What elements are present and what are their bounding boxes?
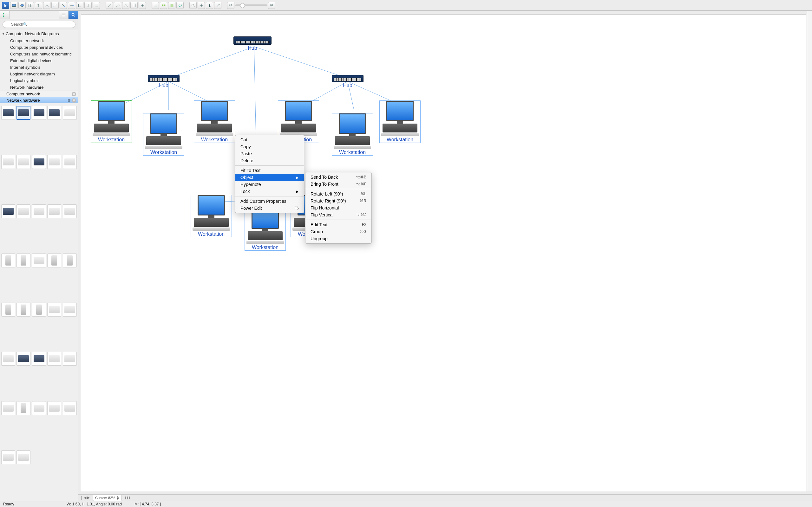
shape-thumb[interactable] [32,155,46,169]
shape-thumb[interactable] [1,155,15,169]
panel-tab-search-icon[interactable] [68,11,78,19]
shape-thumb[interactable] [63,352,77,366]
panel-tab-tree-icon[interactable] [0,11,9,19]
shape-thumb[interactable] [63,106,77,120]
workstation-node[interactable]: Workstation [143,113,184,156]
menu-item-add-custom-properties[interactable]: Add Custom Properties [235,198,304,205]
canvas[interactable]: Hub Hub Hub Workstation Workstation [81,14,806,491]
pan-tool[interactable] [198,2,205,9]
table-tool[interactable] [27,2,34,9]
shape-thumb[interactable] [63,253,77,268]
edit-tool-4[interactable] [176,2,184,9]
tree-item[interactable]: Internet symbols [0,64,78,71]
menu-item-edit-text[interactable]: Edit TextF2 [305,221,371,228]
line-tool-3[interactable] [122,2,130,9]
tree-item[interactable]: Computers and network isometric [0,51,78,57]
shape-thumb[interactable] [1,106,15,120]
tree-item[interactable]: Network hardware [0,84,78,91]
conn-tool-5[interactable] [84,2,92,9]
shape-thumb[interactable] [16,106,31,120]
menu-item-paste[interactable]: Paste [235,150,304,157]
shape-thumb[interactable] [16,253,31,268]
bezier-tool[interactable] [43,2,50,9]
shape-thumb[interactable] [32,401,46,415]
workstation-node[interactable]: Workstation [245,208,286,250]
menu-item-fit-to-text[interactable]: Fit To Text [235,167,304,174]
menu-item-power-edit[interactable]: Power EditF6 [235,205,304,212]
tree-item[interactable]: Logical symbols [0,77,78,84]
shape-thumb[interactable] [1,205,15,218]
tree-category[interactable]: ▼ Computer Network Diagrams [0,30,78,38]
menu-item-rotate-right[interactable]: Rotate Right (90º)⌘R [305,198,371,205]
workstation-node[interactable]: Workstation [379,101,420,143]
line-tool-5[interactable] [139,2,146,9]
line-tool-2[interactable] [114,2,121,9]
conn-tool-3[interactable] [68,2,75,9]
rect-tool[interactable] [10,2,17,9]
menu-item-flip-vertical[interactable]: Flip Vertical⌥⌘J [305,211,371,218]
shape-thumb[interactable] [47,352,61,366]
page-tabs[interactable]: ▮▮▮ [125,496,131,500]
open-library[interactable]: Network hardware ⊞ ✕ [0,97,78,103]
menu-item-send-to-back[interactable]: Send To Back⌥⌘B [305,174,371,181]
edit-tool-3[interactable] [168,2,175,9]
shape-thumb[interactable] [32,352,46,366]
menu-item-delete[interactable]: Delete [235,157,304,164]
shape-thumb[interactable] [32,205,46,218]
workstation-node[interactable]: Workstation [191,195,232,237]
shape-thumb[interactable] [47,106,61,120]
tree-item[interactable]: Logical network diagram [0,71,78,77]
shape-thumb[interactable] [47,253,61,268]
eyedrop-tool[interactable] [214,2,221,9]
shape-thumb[interactable] [63,205,77,218]
conn-tool-4[interactable] [76,2,84,9]
menu-item-lock[interactable]: Lock▶ [235,188,304,195]
shape-thumb[interactable] [1,253,15,268]
stamp-tool[interactable] [206,2,213,9]
shape-thumb[interactable] [63,155,77,169]
workstation-node[interactable]: Workstation [332,113,373,156]
zoom-slider[interactable] [235,4,267,6]
workstation-node[interactable]: Workstation [194,101,235,143]
tree-item[interactable]: Computer peripheral devices [0,44,78,51]
menu-item-object[interactable]: Object▶ [235,174,304,181]
pointer-tool[interactable] [2,2,9,9]
shape-thumb[interactable] [16,450,31,464]
menu-item-group[interactable]: Group⌘G [305,228,371,235]
ellipse-tool[interactable] [18,2,26,9]
shape-thumb[interactable] [47,155,61,169]
shape-thumb[interactable] [47,401,61,415]
menu-item-bring-to-front[interactable]: Bring To Front⌥⌘F [305,181,371,187]
shape-thumb[interactable] [16,155,31,169]
menu-item-copy[interactable]: Copy [235,143,304,150]
menu-item-hypernote[interactable]: Hypernote [235,181,304,188]
line-tool-1[interactable] [106,2,113,9]
shape-thumb[interactable] [63,401,77,415]
conn-tool-1[interactable] [51,2,59,9]
shape-thumb[interactable] [16,401,31,415]
shape-thumb[interactable] [16,302,31,317]
hub-node[interactable]: Hub [234,37,271,51]
shape-thumb[interactable] [16,205,31,218]
zoom-in-icon[interactable] [268,2,275,9]
vertical-scrollbar[interactable] [807,11,812,491]
text-tool[interactable]: T [35,2,42,9]
close-icon[interactable]: ✕ [72,92,76,96]
menu-item-flip-horizontal[interactable]: Flip Horizontal [305,205,371,211]
tree-item[interactable]: Computer network [0,38,78,44]
edit-tool-2[interactable] [160,2,167,9]
shape-thumb[interactable] [32,106,46,120]
menu-item-ungroup[interactable]: Ungroup [305,235,371,242]
hub-node[interactable]: Hub [332,75,363,89]
zoom-tool[interactable] [189,2,197,9]
shape-thumb[interactable] [1,450,15,464]
shape-thumb[interactable] [1,401,15,415]
menu-item-rotate-left[interactable]: Rotate Left (90º)⌘L [305,190,371,198]
workstation-node[interactable]: Workstation [91,101,132,143]
menu-item-cut[interactable]: Cut [235,136,304,143]
grid-view-icon[interactable]: ⊞ [67,98,70,102]
shape-thumb[interactable] [47,302,61,317]
shape-thumb[interactable] [63,302,77,317]
shape-thumb[interactable] [1,352,15,366]
close-icon[interactable]: ✕ [72,98,76,103]
